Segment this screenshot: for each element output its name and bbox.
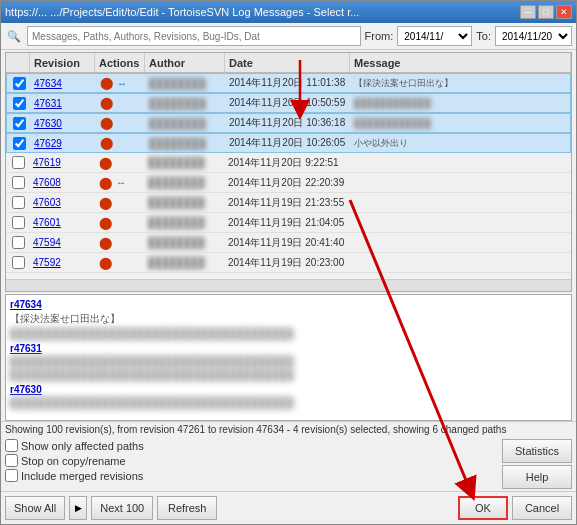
show-affected-checkbox[interactable] <box>5 439 18 452</box>
show-affected-label[interactable]: Show only affected paths <box>5 439 502 452</box>
statistics-button[interactable]: Statistics <box>502 439 572 463</box>
row-author: ████████ <box>145 213 225 232</box>
include-merged-text: Include merged revisions <box>21 470 143 482</box>
maximize-button[interactable]: □ <box>538 5 554 19</box>
row-revision[interactable]: 47631 <box>31 94 96 112</box>
row-checkbox[interactable] <box>6 253 30 272</box>
log-icon[interactable]: ⬤ <box>98 156 112 170</box>
include-merged-label[interactable]: Include merged revisions <box>5 469 502 482</box>
th-actions[interactable]: Actions <box>95 53 145 72</box>
stop-copy-checkbox[interactable] <box>5 454 18 467</box>
show-all-button[interactable]: Show All <box>5 496 65 520</box>
row-date: 2014年11月20日 11:01:38 <box>226 74 351 92</box>
log-icon[interactable]: ⬤ <box>98 196 112 210</box>
table-row[interactable]: 47603 ⬤ ████████ 2014年11月19日 21:23:55 <box>6 193 571 213</box>
log-icon[interactable]: ⬤ <box>99 76 113 90</box>
status-text: Showing 100 revision(s), from revision 4… <box>5 424 506 435</box>
compare-icon[interactable]: ↔ <box>115 76 129 90</box>
table-row[interactable]: 47619 ⬤ ████████ 2014年11月20日 9:22:51 <box>6 153 571 173</box>
row-revision[interactable]: 47634 <box>31 74 96 92</box>
row-author: ████████ <box>145 253 225 272</box>
status-bar: Showing 100 revision(s), from revision 4… <box>1 421 576 437</box>
row-checkbox[interactable] <box>7 114 31 132</box>
log-icon[interactable]: ⬤ <box>99 136 113 150</box>
row-message <box>350 213 571 232</box>
toolbar: 🔍 From: 2014/11/ To: 2014/11/20 <box>1 23 576 50</box>
row-checkbox[interactable] <box>6 213 30 232</box>
th-revision[interactable]: Revision <box>30 53 95 72</box>
from-label: From: <box>365 30 394 42</box>
window-title: https://... .../Projects/Edit/to/Edit - … <box>5 6 520 18</box>
th-date[interactable]: Date <box>225 53 350 72</box>
search-icon: 🔍 <box>5 27 23 45</box>
detail-section: r47630 █████████████████████████████████… <box>10 384 567 408</box>
log-icon[interactable]: ⬤ <box>99 116 113 130</box>
minimize-button[interactable]: ─ <box>520 5 536 19</box>
row-checkbox[interactable] <box>6 153 30 172</box>
log-icon[interactable]: ⬤ <box>99 96 113 110</box>
row-checkbox[interactable] <box>7 134 31 152</box>
detail-paths: ████████████████████████████████████████ <box>10 328 567 339</box>
table-row[interactable]: 47631 ⬤ ████████ 2014年11月20日 10:50:59 ██… <box>6 93 571 113</box>
row-date: 2014年11月19日 20:41:40 <box>225 233 350 252</box>
from-date-select[interactable]: 2014/11/ <box>397 26 472 46</box>
row-message <box>350 233 571 252</box>
side-buttons: Statistics Help <box>502 439 572 489</box>
row-revision[interactable]: 47619 <box>30 153 95 172</box>
row-revision[interactable]: 47603 <box>30 193 95 212</box>
row-author: ████████ <box>145 233 225 252</box>
log-icon[interactable]: ⬤ <box>98 256 112 270</box>
table-row[interactable]: 47601 ⬤ ████████ 2014年11月19日 21:04:05 <box>6 213 571 233</box>
compare-icon[interactable]: ↔ <box>114 176 128 190</box>
th-author[interactable]: Author <box>145 53 225 72</box>
cancel-button[interactable]: Cancel <box>512 496 572 520</box>
log-icon[interactable]: ⬤ <box>98 236 112 250</box>
row-revision[interactable]: 47608 <box>30 173 95 192</box>
row-checkbox[interactable] <box>6 193 30 212</box>
row-date: 2014年11月20日 10:36:18 <box>226 114 351 132</box>
row-actions: ⬤ ↔ <box>96 74 146 92</box>
table-row[interactable]: 47608 ⬤ ↔ ████████ 2014年11月20日 22:20:39 <box>6 173 571 193</box>
row-checkbox[interactable] <box>6 173 30 192</box>
table-row[interactable]: 47594 ⬤ ████████ 2014年11月19日 20:41:40 <box>6 233 571 253</box>
row-revision[interactable]: 47630 <box>31 114 96 132</box>
detail-revision-link[interactable]: r47631 <box>10 343 42 354</box>
detail-revision-link[interactable]: r47634 <box>10 299 42 310</box>
row-revision[interactable]: 47594 <box>30 233 95 252</box>
show-all-arrow[interactable]: ▶ <box>69 496 87 520</box>
row-message: ████████████ <box>351 114 570 132</box>
table-row[interactable]: 47629 ⬤ ████████ 2014年11月20日 10:26:05 小や… <box>6 133 571 153</box>
detail-area[interactable]: r47634 【採決法案せ口田出な】 █████████████████████… <box>5 294 572 421</box>
log-icon[interactable]: ⬤ <box>98 176 112 190</box>
refresh-button[interactable]: Refresh <box>157 496 217 520</box>
table-row[interactable]: 47634 ⬤ ↔ ████████ 2014年11月20日 11:01:38 … <box>6 73 571 93</box>
include-merged-checkbox[interactable] <box>5 469 18 482</box>
row-date: 2014年11月20日 9:22:51 <box>225 153 350 172</box>
search-input[interactable] <box>27 26 361 46</box>
table-row[interactable]: 47630 ⬤ ████████ 2014年11月20日 10:36:18 ██… <box>6 113 571 133</box>
detail-message: ████████████████████████████████████████ <box>10 356 567 367</box>
ok-button[interactable]: OK <box>458 496 508 520</box>
row-checkbox[interactable] <box>7 94 31 112</box>
row-message: ████████████ <box>351 94 570 112</box>
close-button[interactable]: ✕ <box>556 5 572 19</box>
help-button[interactable]: Help <box>502 465 572 489</box>
bottom-bar: Show All ▶ Next 100 Refresh OK Cancel <box>1 491 576 524</box>
next-100-button[interactable]: Next 100 <box>91 496 153 520</box>
log-icon[interactable]: ⬤ <box>98 216 112 230</box>
table-row[interactable]: 47592 ⬤ ████████ 2014年11月19日 20:23:00 <box>6 253 571 273</box>
detail-revision-link[interactable]: r47630 <box>10 384 42 395</box>
to-date-select[interactable]: 2014/11/20 <box>495 26 572 46</box>
row-revision[interactable]: 47592 <box>30 253 95 272</box>
th-message[interactable]: Message <box>350 53 571 72</box>
row-revision[interactable]: 47601 <box>30 213 95 232</box>
row-checkbox[interactable] <box>6 233 30 252</box>
row-message <box>350 253 571 272</box>
row-author: ████████ <box>145 173 225 192</box>
stop-copy-label[interactable]: Stop on copy/rename <box>5 454 502 467</box>
row-revision[interactable]: 47629 <box>31 134 96 152</box>
row-author: ████████ <box>145 153 225 172</box>
horizontal-scrollbar[interactable] <box>6 279 571 291</box>
row-actions: ⬤ <box>95 213 145 232</box>
row-checkbox[interactable] <box>7 74 31 92</box>
